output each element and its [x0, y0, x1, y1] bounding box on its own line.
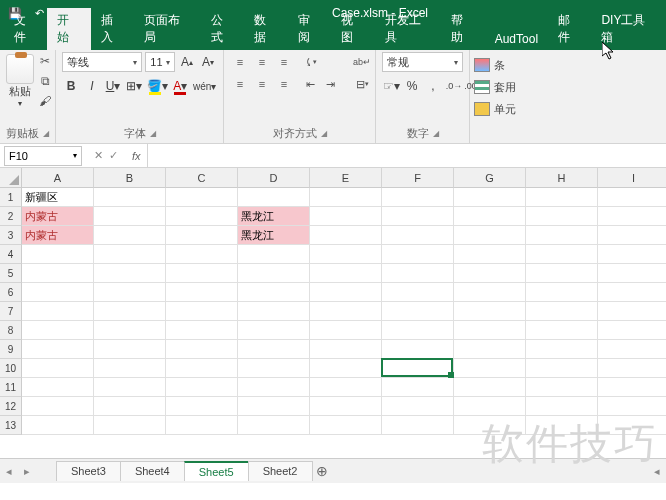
cell-G12[interactable] — [454, 397, 526, 416]
tab-页面布局[interactable]: 页面布局 — [134, 8, 201, 50]
cell-H1[interactable] — [526, 188, 598, 207]
decrease-font-button[interactable]: A▾ — [199, 52, 217, 72]
increase-font-button[interactable]: A▴ — [178, 52, 196, 72]
cell-E4[interactable] — [310, 245, 382, 264]
cancel-formula-button[interactable]: ✕ — [94, 149, 103, 162]
cell-F4[interactable] — [382, 245, 454, 264]
orientation-button[interactable]: ⤹▾ — [300, 52, 320, 72]
cell-B8[interactable] — [94, 321, 166, 340]
row-header-4[interactable]: 4 — [0, 245, 22, 264]
cell-D7[interactable] — [238, 302, 310, 321]
new-sheet-button[interactable]: ⊕ — [312, 463, 332, 479]
cell-C5[interactable] — [166, 264, 238, 283]
cell-I6[interactable] — [598, 283, 666, 302]
comma-button[interactable]: , — [424, 76, 442, 96]
align-center-button[interactable]: ≡ — [252, 74, 272, 94]
conditional-format-button[interactable]: 条 — [474, 54, 662, 76]
cell-B1[interactable] — [94, 188, 166, 207]
cell-C6[interactable] — [166, 283, 238, 302]
row-header-2[interactable]: 2 — [0, 207, 22, 226]
sheet-tab-Sheet5[interactable]: Sheet5 — [184, 461, 249, 481]
cell-G10[interactable] — [454, 359, 526, 378]
cell-F10[interactable] — [382, 359, 454, 378]
col-header-E[interactable]: E — [310, 168, 382, 188]
cell-A11[interactable] — [22, 378, 94, 397]
name-box[interactable]: F10▾ — [4, 146, 82, 166]
cell-E9[interactable] — [310, 340, 382, 359]
format-painter-button[interactable]: 🖌 — [36, 92, 54, 110]
enter-formula-button[interactable]: ✓ — [109, 149, 118, 162]
cell-D2[interactable]: 黑龙江 — [238, 207, 310, 226]
cell-F9[interactable] — [382, 340, 454, 359]
cell-F12[interactable] — [382, 397, 454, 416]
number-format-combo[interactable]: 常规▾ — [382, 52, 463, 72]
increase-decimal-button[interactable]: .0→ — [445, 76, 463, 96]
fx-button[interactable]: fx — [126, 150, 147, 162]
cell-H2[interactable] — [526, 207, 598, 226]
col-header-H[interactable]: H — [526, 168, 598, 188]
tab-DIY工具箱[interactable]: DIY工具箱 — [591, 8, 666, 50]
cell-I13[interactable] — [598, 416, 666, 435]
formula-input[interactable] — [147, 144, 666, 167]
cell-E10[interactable] — [310, 359, 382, 378]
cell-H9[interactable] — [526, 340, 598, 359]
cell-B2[interactable] — [94, 207, 166, 226]
cell-A7[interactable] — [22, 302, 94, 321]
cell-B6[interactable] — [94, 283, 166, 302]
row-header-7[interactable]: 7 — [0, 302, 22, 321]
cell-I1[interactable] — [598, 188, 666, 207]
cell-C11[interactable] — [166, 378, 238, 397]
cell-A8[interactable] — [22, 321, 94, 340]
cell-G13[interactable] — [454, 416, 526, 435]
cell-H10[interactable] — [526, 359, 598, 378]
cell-C13[interactable] — [166, 416, 238, 435]
cell-G5[interactable] — [454, 264, 526, 283]
cell-B5[interactable] — [94, 264, 166, 283]
cell-C10[interactable] — [166, 359, 238, 378]
cell-I11[interactable] — [598, 378, 666, 397]
cell-C7[interactable] — [166, 302, 238, 321]
sheet-tab-Sheet3[interactable]: Sheet3 — [56, 461, 121, 481]
cell-D3[interactable]: 黑龙江 — [238, 226, 310, 245]
cell-G8[interactable] — [454, 321, 526, 340]
cell-D9[interactable] — [238, 340, 310, 359]
cell-D12[interactable] — [238, 397, 310, 416]
cell-D6[interactable] — [238, 283, 310, 302]
cell-A5[interactable] — [22, 264, 94, 283]
row-header-1[interactable]: 1 — [0, 188, 22, 207]
cell-H4[interactable] — [526, 245, 598, 264]
underline-button[interactable]: U▾ — [104, 76, 122, 96]
bold-button[interactable]: B — [62, 76, 80, 96]
font-name-combo[interactable]: 等线▾ — [62, 52, 142, 72]
tab-scroll-right[interactable]: ▸ — [18, 465, 36, 478]
align-bottom-button[interactable]: ≡ — [274, 52, 294, 72]
cell-C4[interactable] — [166, 245, 238, 264]
cell-I2[interactable] — [598, 207, 666, 226]
cell-C1[interactable] — [166, 188, 238, 207]
tab-数据[interactable]: 数据 — [244, 8, 287, 50]
cell-E1[interactable] — [310, 188, 382, 207]
cell-D5[interactable] — [238, 264, 310, 283]
cell-E3[interactable] — [310, 226, 382, 245]
cell-A3[interactable]: 内蒙古 — [22, 226, 94, 245]
cell-E6[interactable] — [310, 283, 382, 302]
sheet-tab-Sheet4[interactable]: Sheet4 — [120, 461, 185, 481]
col-header-F[interactable]: F — [382, 168, 454, 188]
cell-B3[interactable] — [94, 226, 166, 245]
align-middle-button[interactable]: ≡ — [252, 52, 272, 72]
cell-F8[interactable] — [382, 321, 454, 340]
cell-B10[interactable] — [94, 359, 166, 378]
merge-button[interactable]: ⊟▾ — [350, 74, 374, 94]
cell-F3[interactable] — [382, 226, 454, 245]
cell-C2[interactable] — [166, 207, 238, 226]
tab-视图[interactable]: 视图 — [331, 8, 374, 50]
cell-B11[interactable] — [94, 378, 166, 397]
cell-E13[interactable] — [310, 416, 382, 435]
tab-开始[interactable]: 开始 — [47, 8, 90, 50]
cell-I4[interactable] — [598, 245, 666, 264]
cell-A9[interactable] — [22, 340, 94, 359]
cell-C9[interactable] — [166, 340, 238, 359]
tab-开发工具[interactable]: 开发工具 — [375, 8, 442, 50]
cell-B4[interactable] — [94, 245, 166, 264]
tab-公式[interactable]: 公式 — [201, 8, 244, 50]
